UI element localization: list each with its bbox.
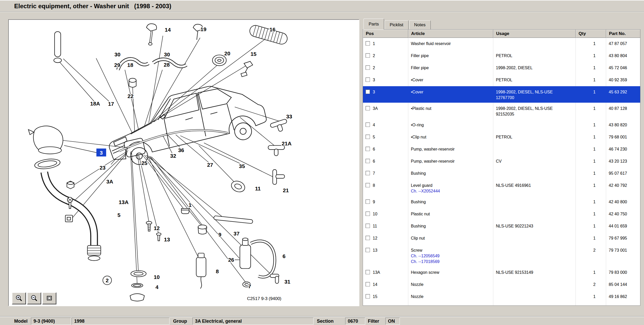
diagram-label-6[interactable]: 6 — [283, 253, 286, 259]
diagram-label-37[interactable]: 37 — [234, 231, 240, 236]
row-checkbox[interactable] — [366, 282, 370, 286]
diagram-label-1[interactable]: 1 — [189, 202, 192, 208]
diagram-label-30[interactable]: 30 — [114, 51, 120, 57]
chassis-number-link[interactable]: Ch. --12056549 — [411, 253, 490, 259]
article-cell: •Plastic nut — [408, 103, 493, 119]
diagram-label-13[interactable]: 13 — [164, 236, 170, 242]
diagram-label-18A[interactable]: 18A — [90, 101, 100, 107]
diagram-label-29[interactable]: 29 — [114, 62, 120, 68]
diagram-label-10[interactable]: 10 — [154, 274, 160, 280]
diagram-label-3[interactable]: 3 — [100, 150, 103, 156]
table-row[interactable]: 16Grommet — [363, 303, 640, 305]
chassis-number-link[interactable]: Ch. --17018569 — [411, 259, 490, 265]
row-checkbox[interactable] — [366, 212, 370, 216]
diagram-label-31[interactable]: 31 — [284, 279, 291, 285]
row-checkbox[interactable] — [366, 147, 370, 151]
diagram-label-3A[interactable]: 3A — [106, 179, 113, 185]
diagram-label-19[interactable]: 19 — [200, 26, 206, 32]
table-row[interactable]: 3•Cover1998-2002, DIESEL, NLS-USE 127677… — [363, 86, 640, 103]
partno-cell: 49 16 862 — [606, 291, 640, 303]
diagram-label-17[interactable]: 17 — [108, 101, 114, 107]
row-checkbox[interactable] — [366, 77, 370, 82]
tab-picklist[interactable]: Picklist — [385, 20, 409, 29]
parts-table: PosArticleUsageQtyPart No. 1Washer fluid… — [363, 29, 640, 306]
column-header-usage[interactable]: Usage — [493, 30, 576, 38]
row-checkbox[interactable] — [366, 270, 370, 274]
table-row[interactable]: 3A•Plastic nut1998-2002, DIESEL, NLS-USE… — [363, 103, 640, 119]
table-row[interactable]: 9Bushing142 40 800 — [363, 196, 640, 208]
row-checkbox[interactable] — [366, 135, 370, 139]
table-row[interactable]: 1Washer fluid reservoir147 87 057 — [363, 38, 640, 50]
row-checkbox[interactable] — [366, 248, 370, 252]
diagram-label-27[interactable]: 27 — [207, 162, 213, 168]
table-row[interactable]: 2Filler pipe1998-2002, DIESEL145 72 046 — [363, 62, 640, 74]
diagram-label-26[interactable]: 26 — [228, 257, 234, 263]
column-header-qty[interactable]: Qty — [576, 30, 606, 38]
diagram-label-13A[interactable]: 13A — [119, 199, 129, 205]
row-checkbox[interactable] — [366, 65, 370, 70]
row-checkbox[interactable] — [366, 294, 370, 298]
diagram-label-12[interactable]: 12 — [154, 225, 160, 231]
qty-cell: 1 — [576, 131, 606, 143]
diagram-label-8[interactable]: 8 — [216, 268, 219, 274]
diagram-label-21[interactable]: 21 — [283, 187, 289, 193]
diagram-label-5[interactable]: 5 — [117, 212, 121, 218]
row-checkbox[interactable] — [366, 159, 370, 163]
table-row[interactable]: 10Plastic nut142 40 750 — [363, 208, 640, 220]
diagram-label-32[interactable]: 32 — [170, 153, 176, 159]
table-row[interactable]: 3•CoverPETROL140 92 359 — [363, 74, 640, 86]
diagram-label-25[interactable]: 25 — [141, 160, 148, 166]
diagram-label-11[interactable]: 11 — [255, 186, 261, 191]
zoom-out-button[interactable] — [27, 292, 41, 304]
table-row[interactable]: 11BushingNLS-USE 90221243144 01 659 — [363, 220, 640, 232]
row-checkbox[interactable] — [366, 90, 370, 94]
table-row[interactable]: 6Pump, washer-reservoir146 74 230 — [363, 143, 640, 155]
table-row[interactable]: 8Level guardCh. --X2052444NLS-USE 491696… — [363, 180, 640, 196]
row-checkbox[interactable] — [366, 122, 370, 127]
row-checkbox[interactable] — [366, 106, 370, 110]
diagram-label-2[interactable]: 2 — [106, 277, 109, 283]
row-checkbox[interactable] — [366, 183, 370, 187]
row-checkbox[interactable] — [366, 171, 370, 175]
zoom-overview-button[interactable] — [42, 292, 56, 304]
tab-parts[interactable]: Parts — [363, 19, 384, 30]
column-header-pos[interactable]: Pos — [363, 30, 408, 38]
column-header-part-no[interactable]: Part No. — [606, 30, 640, 38]
column-header-article[interactable]: Article — [408, 30, 493, 38]
table-row[interactable]: 15Nozzle149 16 862 — [363, 291, 640, 303]
zoom-in-button[interactable] — [12, 292, 26, 304]
table-row[interactable]: 2Filler pipePETROL143 80 804 — [363, 50, 640, 62]
diagram-label-23[interactable]: 23 — [100, 165, 106, 171]
diagram-label-21A[interactable]: 21A — [282, 140, 291, 146]
diagram-label-18[interactable]: 18 — [127, 62, 133, 68]
row-checkbox[interactable] — [366, 199, 370, 204]
diagram-label-30[interactable]: 30 — [164, 51, 170, 57]
table-row[interactable]: 4•O-ring143 80 820 — [363, 119, 640, 131]
row-checkbox[interactable] — [366, 224, 370, 228]
table-row[interactable]: 13AHexagon screwNLS-USE 92153149179 83 0… — [363, 267, 640, 279]
table-row[interactable]: 13ScrewCh. --12056549Ch. --17018569279 7… — [363, 244, 640, 267]
pos-cell: 8 — [363, 180, 408, 196]
row-checkbox[interactable] — [366, 41, 370, 46]
table-row[interactable]: 7Bushing195 07 617 — [363, 168, 640, 180]
diagram-label-35[interactable]: 35 — [239, 163, 245, 169]
diagram-label-14[interactable]: 14 — [165, 27, 171, 33]
table-row[interactable]: 12Clip nut179 67 995 — [363, 232, 640, 244]
table-row[interactable]: 5•Clip nutPETROL179 68 001 — [363, 131, 640, 143]
table-row[interactable]: 6Pump, washer-reservoirCV143 20 123 — [363, 155, 640, 168]
row-checkbox[interactable] — [366, 236, 370, 240]
diagram-label-15[interactable]: 15 — [250, 51, 257, 57]
table-row[interactable]: 14Nozzle285 04 144 — [363, 279, 640, 291]
diagram-label-16[interactable]: 16 — [269, 27, 275, 32]
diagram-label-4[interactable]: 4 — [156, 284, 159, 290]
row-checkbox[interactable] — [366, 53, 370, 58]
chassis-number-link[interactable]: Ch. --X2052444 — [411, 188, 490, 194]
diagram-label-9[interactable]: 9 — [218, 232, 222, 238]
diagram-label-7[interactable]: 7 — [248, 283, 251, 289]
diagram-label-28[interactable]: 28 — [164, 62, 170, 68]
diagram-label-22[interactable]: 22 — [128, 93, 133, 99]
diagram-label-33[interactable]: 33 — [286, 113, 292, 119]
diagram-label-36[interactable]: 36 — [178, 147, 184, 153]
diagram-label-20[interactable]: 20 — [224, 50, 230, 56]
tab-notes[interactable]: Notes — [409, 20, 431, 29]
